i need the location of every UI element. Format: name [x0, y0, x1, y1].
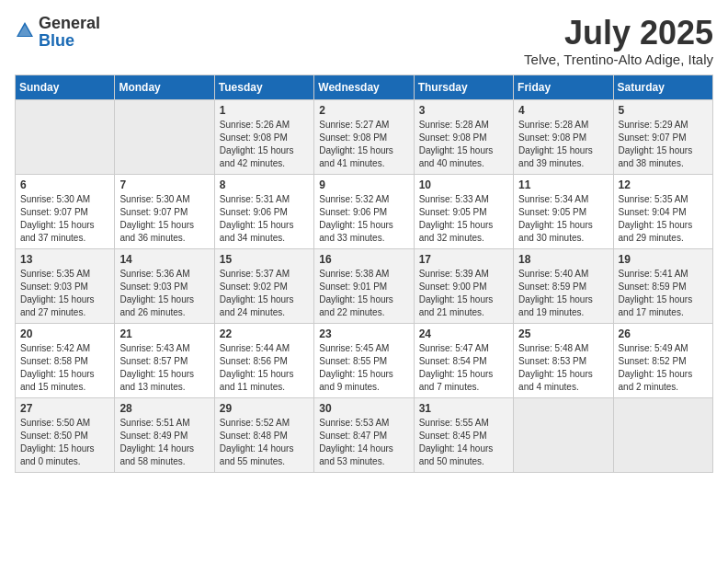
day-cell: 31Sunrise: 5:55 AM Sunset: 8:45 PM Dayli… — [414, 397, 513, 472]
weekday-header-sunday: Sunday — [16, 75, 115, 99]
logo-icon — [15, 20, 35, 44]
day-info: Sunrise: 5:38 AM Sunset: 9:01 PM Dayligh… — [319, 268, 408, 319]
day-number: 15 — [220, 253, 309, 266]
day-number: 4 — [518, 104, 608, 117]
day-cell: 18Sunrise: 5:40 AM Sunset: 8:59 PM Dayli… — [514, 248, 613, 323]
day-cell: 21Sunrise: 5:43 AM Sunset: 8:57 PM Dayli… — [115, 323, 214, 397]
day-number: 1 — [220, 104, 309, 117]
day-number: 28 — [119, 402, 209, 415]
day-info: Sunrise: 5:44 AM Sunset: 8:56 PM Dayligh… — [220, 342, 309, 394]
day-number: 25 — [518, 327, 608, 340]
day-info: Sunrise: 5:52 AM Sunset: 8:48 PM Dayligh… — [220, 417, 309, 468]
day-info: Sunrise: 5:26 AM Sunset: 9:08 PM Dayligh… — [220, 119, 309, 170]
day-info: Sunrise: 5:42 AM Sunset: 8:58 PM Dayligh… — [20, 342, 109, 394]
day-number: 22 — [220, 327, 309, 340]
day-cell: 20Sunrise: 5:42 AM Sunset: 8:58 PM Dayli… — [16, 323, 115, 397]
day-number: 13 — [20, 253, 109, 266]
day-info: Sunrise: 5:55 AM Sunset: 8:45 PM Dayligh… — [419, 417, 508, 468]
weekday-header-row: SundayMondayTuesdayWednesdayThursdayFrid… — [16, 75, 713, 99]
day-cell: 19Sunrise: 5:41 AM Sunset: 8:59 PM Dayli… — [613, 248, 712, 323]
day-info: Sunrise: 5:32 AM Sunset: 9:06 PM Dayligh… — [319, 193, 408, 245]
day-number: 17 — [419, 253, 508, 266]
day-cell: 24Sunrise: 5:47 AM Sunset: 8:54 PM Dayli… — [414, 323, 513, 397]
day-cell: 22Sunrise: 5:44 AM Sunset: 8:56 PM Dayli… — [214, 323, 313, 397]
day-cell — [115, 99, 214, 174]
day-number: 14 — [119, 253, 209, 266]
week-row-5: 27Sunrise: 5:50 AM Sunset: 8:50 PM Dayli… — [16, 397, 713, 472]
weekday-header-saturday: Saturday — [613, 75, 712, 99]
day-info: Sunrise: 5:47 AM Sunset: 8:54 PM Dayligh… — [419, 342, 508, 394]
day-info: Sunrise: 5:43 AM Sunset: 8:57 PM Dayligh… — [119, 342, 209, 394]
week-row-2: 6Sunrise: 5:30 AM Sunset: 9:07 PM Daylig… — [16, 174, 713, 248]
day-cell: 30Sunrise: 5:53 AM Sunset: 8:47 PM Dayli… — [314, 397, 414, 472]
week-row-1: 1Sunrise: 5:26 AM Sunset: 9:08 PM Daylig… — [16, 99, 713, 174]
day-number: 19 — [619, 253, 708, 266]
day-number: 21 — [119, 327, 209, 340]
day-info: Sunrise: 5:40 AM Sunset: 8:59 PM Dayligh… — [518, 268, 608, 319]
day-number: 18 — [518, 253, 608, 266]
day-number: 12 — [619, 178, 708, 191]
day-number: 31 — [419, 402, 508, 415]
weekday-header-wednesday: Wednesday — [314, 75, 414, 99]
day-cell: 9Sunrise: 5:32 AM Sunset: 9:06 PM Daylig… — [314, 174, 414, 248]
day-cell: 3Sunrise: 5:28 AM Sunset: 9:08 PM Daylig… — [414, 99, 513, 174]
day-info: Sunrise: 5:37 AM Sunset: 9:02 PM Dayligh… — [220, 268, 309, 319]
day-cell: 2Sunrise: 5:27 AM Sunset: 9:08 PM Daylig… — [314, 99, 414, 174]
day-number: 7 — [119, 178, 209, 191]
day-info: Sunrise: 5:49 AM Sunset: 8:52 PM Dayligh… — [619, 342, 708, 394]
day-info: Sunrise: 5:35 AM Sunset: 9:03 PM Dayligh… — [20, 268, 109, 319]
day-info: Sunrise: 5:31 AM Sunset: 9:06 PM Dayligh… — [220, 193, 309, 245]
day-number: 8 — [220, 178, 309, 191]
day-info: Sunrise: 5:33 AM Sunset: 9:05 PM Dayligh… — [419, 193, 508, 245]
day-number: 6 — [20, 178, 109, 191]
day-number: 5 — [619, 104, 708, 117]
day-cell: 16Sunrise: 5:38 AM Sunset: 9:01 PM Dayli… — [314, 248, 414, 323]
day-info: Sunrise: 5:50 AM Sunset: 8:50 PM Dayligh… — [20, 417, 109, 468]
day-cell: 5Sunrise: 5:29 AM Sunset: 9:07 PM Daylig… — [613, 99, 712, 174]
day-number: 9 — [319, 178, 408, 191]
logo: General Blue — [15, 15, 100, 50]
day-number: 27 — [20, 402, 109, 415]
day-info: Sunrise: 5:34 AM Sunset: 9:05 PM Dayligh… — [518, 193, 608, 245]
day-number: 30 — [319, 402, 408, 415]
day-number: 11 — [518, 178, 608, 191]
header: General Blue July 2025 Telve, Trentino-A… — [15, 15, 713, 67]
day-info: Sunrise: 5:41 AM Sunset: 8:59 PM Dayligh… — [619, 268, 708, 319]
title-area: July 2025 Telve, Trentino-Alto Adige, It… — [524, 15, 713, 67]
day-info: Sunrise: 5:35 AM Sunset: 9:04 PM Dayligh… — [619, 193, 708, 245]
day-info: Sunrise: 5:45 AM Sunset: 8:55 PM Dayligh… — [319, 342, 408, 394]
day-number: 24 — [419, 327, 508, 340]
month-title: July 2025 — [524, 15, 713, 52]
day-cell: 11Sunrise: 5:34 AM Sunset: 9:05 PM Dayli… — [514, 174, 613, 248]
day-info: Sunrise: 5:51 AM Sunset: 8:49 PM Dayligh… — [119, 417, 209, 468]
day-cell: 14Sunrise: 5:36 AM Sunset: 9:03 PM Dayli… — [115, 248, 214, 323]
day-cell: 27Sunrise: 5:50 AM Sunset: 8:50 PM Dayli… — [16, 397, 115, 472]
day-info: Sunrise: 5:39 AM Sunset: 9:00 PM Dayligh… — [419, 268, 508, 319]
day-info: Sunrise: 5:29 AM Sunset: 9:07 PM Dayligh… — [619, 119, 708, 170]
day-number: 3 — [419, 104, 508, 117]
weekday-header-monday: Monday — [115, 75, 214, 99]
day-number: 20 — [20, 327, 109, 340]
day-cell: 13Sunrise: 5:35 AM Sunset: 9:03 PM Dayli… — [16, 248, 115, 323]
day-cell: 7Sunrise: 5:30 AM Sunset: 9:07 PM Daylig… — [115, 174, 214, 248]
day-cell: 15Sunrise: 5:37 AM Sunset: 9:02 PM Dayli… — [214, 248, 313, 323]
day-number: 23 — [319, 327, 408, 340]
day-number: 10 — [419, 178, 508, 191]
day-cell: 1Sunrise: 5:26 AM Sunset: 9:08 PM Daylig… — [214, 99, 313, 174]
logo-text: General Blue — [39, 15, 100, 50]
weekday-header-tuesday: Tuesday — [214, 75, 313, 99]
day-info: Sunrise: 5:28 AM Sunset: 9:08 PM Dayligh… — [419, 119, 508, 170]
day-number: 2 — [319, 104, 408, 117]
weekday-header-thursday: Thursday — [414, 75, 513, 99]
calendar: SundayMondayTuesdayWednesdayThursdayFrid… — [15, 75, 713, 473]
week-row-4: 20Sunrise: 5:42 AM Sunset: 8:58 PM Dayli… — [16, 323, 713, 397]
day-cell: 6Sunrise: 5:30 AM Sunset: 9:07 PM Daylig… — [16, 174, 115, 248]
day-cell: 12Sunrise: 5:35 AM Sunset: 9:04 PM Dayli… — [613, 174, 712, 248]
day-info: Sunrise: 5:27 AM Sunset: 9:08 PM Dayligh… — [319, 119, 408, 170]
weekday-header-friday: Friday — [514, 75, 613, 99]
day-cell: 26Sunrise: 5:49 AM Sunset: 8:52 PM Dayli… — [613, 323, 712, 397]
week-row-3: 13Sunrise: 5:35 AM Sunset: 9:03 PM Dayli… — [16, 248, 713, 323]
day-cell: 29Sunrise: 5:52 AM Sunset: 8:48 PM Dayli… — [214, 397, 313, 472]
day-number: 29 — [220, 402, 309, 415]
day-cell: 28Sunrise: 5:51 AM Sunset: 8:49 PM Dayli… — [115, 397, 214, 472]
